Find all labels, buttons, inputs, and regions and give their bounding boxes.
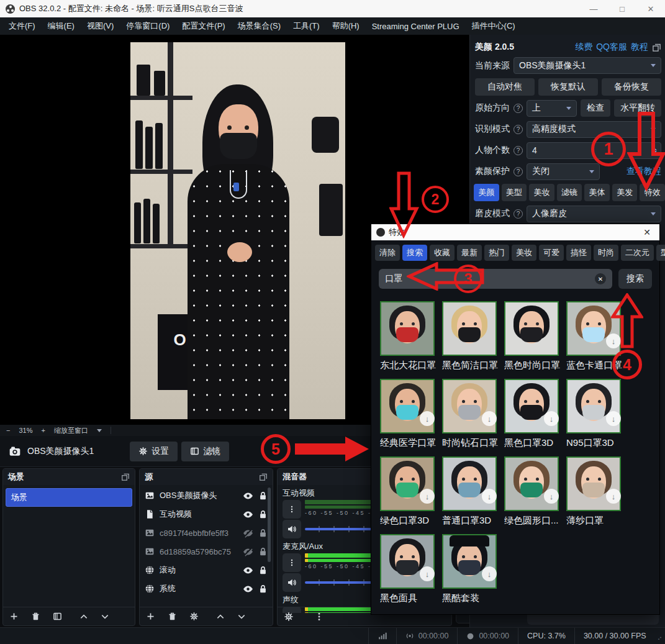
download-icon[interactable]: ↓ (606, 411, 621, 426)
beauty-tab-特效[interactable]: 特效 (640, 184, 665, 201)
tutorial-link-top[interactable]: 教程 (631, 42, 648, 53)
settings-button[interactable]: 设置 (130, 442, 178, 461)
dialog-close-button[interactable]: ✕ (640, 227, 654, 237)
beauty-tab-美颜[interactable]: 美颜 (474, 184, 499, 201)
lock-icon[interactable] (258, 510, 268, 519)
source-row[interactable]: 滚动 (140, 561, 273, 579)
scene-filters-button[interactable] (53, 612, 62, 621)
menu-item[interactable]: 视图(V) (81, 18, 120, 34)
chevron-down-icon[interactable] (97, 429, 102, 432)
dialog-tab-最新[interactable]: 最新 (457, 245, 482, 261)
effect-item[interactable]: 黑色简洁口罩 (442, 301, 504, 379)
scene-list-item[interactable]: 场景 (6, 488, 132, 507)
effect-thumbnail[interactable]: ↓ (380, 534, 435, 589)
close-button[interactable]: ✕ (636, 0, 665, 17)
lock-icon[interactable] (258, 584, 268, 594)
effect-thumbnail[interactable]: ↓ (380, 456, 435, 511)
beauty-tab-美发[interactable]: 美发 (612, 184, 638, 201)
help-icon[interactable]: ? (513, 209, 523, 219)
effect-item[interactable]: ↓绿色口罩3D (380, 456, 442, 534)
zoom-in-button[interactable]: + (41, 427, 45, 434)
menu-item[interactable]: 编辑(E) (42, 18, 81, 34)
eye-icon[interactable] (243, 491, 253, 501)
smooth-select[interactable]: 人像磨皮 (527, 206, 661, 222)
menu-item[interactable]: 配置文件(P) (176, 18, 231, 34)
effect-item[interactable]: 黑色时尚口罩 (504, 301, 566, 379)
download-icon[interactable]: ↓ (482, 489, 497, 504)
download-icon[interactable]: ↓ (544, 489, 559, 504)
channel-options-icon[interactable] (283, 553, 301, 572)
lock-icon[interactable] (258, 491, 268, 501)
menu-item[interactable]: 场景集合(S) (232, 18, 287, 34)
effect-item[interactable]: ↓黑色口罩3D (504, 379, 566, 456)
move-up-button[interactable] (216, 612, 225, 621)
download-icon[interactable]: ↓ (420, 411, 435, 426)
lock-icon[interactable] (258, 547, 268, 556)
dialog-tab-搜索[interactable]: 搜索 (402, 245, 427, 261)
lock-icon[interactable] (258, 566, 268, 575)
filters-button[interactable]: 滤镜 (181, 442, 229, 461)
backup-restore-button[interactable]: 备份恢复 (602, 78, 661, 96)
popout-icon[interactable] (652, 43, 661, 52)
person-count-stepper[interactable]: 4 (527, 142, 661, 159)
eye-icon[interactable] (243, 584, 253, 594)
channel-options-icon[interactable] (283, 500, 301, 519)
eye-off-icon[interactable] (243, 546, 253, 557)
advanced-audio-button[interactable] (284, 612, 294, 622)
effect-item[interactable]: ↓N95口罩3D (566, 379, 628, 456)
effect-item[interactable]: ↓薄纱口罩 (566, 456, 628, 534)
effect-item[interactable]: ↓黑色面具 (380, 534, 442, 612)
download-icon[interactable]: ↓ (482, 411, 497, 426)
zoom-out-button[interactable]: − (6, 427, 10, 434)
effect-thumbnail[interactable]: ↓ (442, 534, 497, 589)
dialog-tab-收藏[interactable]: 收藏 (430, 245, 455, 261)
download-icon[interactable]: ↓ (420, 489, 435, 504)
effect-thumbnail[interactable]: ↓ (504, 456, 559, 511)
recognition-select[interactable]: 高精度模式 (527, 121, 661, 138)
dialog-tab-可爱[interactable]: 可爱 (539, 245, 564, 261)
effect-item[interactable]: ↓蓝色卡通口罩 (566, 301, 628, 379)
effect-thumbnail[interactable] (504, 301, 559, 356)
effect-thumbnail[interactable]: ↓ (566, 301, 621, 356)
orientation-select[interactable]: 上 (527, 100, 577, 117)
source-row[interactable]: 系统 (140, 579, 273, 598)
remove-scene-button[interactable] (31, 612, 40, 621)
beauty-tab-美型[interactable]: 美型 (502, 184, 527, 201)
menu-item[interactable]: 帮助(H) (326, 18, 366, 34)
effect-item[interactable]: ↓经典医学口罩 (380, 379, 442, 456)
speaker-icon[interactable] (283, 573, 301, 592)
clear-search-icon[interactable]: ✕ (595, 273, 606, 284)
download-icon[interactable]: ↓ (420, 566, 435, 581)
source-select[interactable]: OBS美颜摄像头1 (513, 57, 661, 74)
check-button[interactable]: 检查 (581, 99, 610, 117)
download-icon[interactable]: ↓ (606, 489, 621, 504)
effect-thumbnail[interactable] (442, 301, 497, 356)
effect-thumbnail[interactable] (380, 301, 435, 356)
menu-item[interactable]: Streaming Center PLUG (366, 19, 466, 34)
minimize-button[interactable]: — (579, 0, 608, 17)
source-row[interactable]: 6d18859a5796bc75 (140, 542, 273, 561)
help-icon[interactable]: ? (513, 167, 523, 176)
download-icon[interactable]: ↓ (544, 411, 559, 426)
flip-horizontal-button[interactable]: 水平翻转 (614, 99, 661, 117)
qq-support-link[interactable]: QQ客服 (596, 42, 627, 53)
remove-source-button[interactable] (168, 612, 177, 621)
lock-icon[interactable] (258, 528, 268, 538)
dialog-tab-清除[interactable]: 清除 (375, 245, 400, 261)
dialog-tab-搞怪[interactable]: 搞怪 (566, 245, 591, 261)
beauty-tab-美妆[interactable]: 美妆 (529, 184, 554, 201)
popout-icon[interactable] (121, 473, 130, 481)
beauty-tab-滤镜[interactable]: 滤镜 (557, 184, 582, 201)
dialog-tab-时尚[interactable]: 时尚 (594, 245, 618, 261)
help-icon[interactable]: ? (513, 104, 523, 113)
scrollbar[interactable] (268, 488, 271, 562)
source-row[interactable]: OBS美颜摄像头 (140, 486, 273, 505)
dialog-tab-美妆[interactable]: 美妆 (512, 245, 536, 261)
effect-item[interactable]: ↓时尚钻石口罩 (442, 379, 504, 456)
source-properties-button[interactable] (189, 612, 199, 621)
effect-thumbnail[interactable]: ↓ (380, 379, 435, 433)
more-options-icon[interactable] (315, 612, 323, 621)
effect-thumbnail[interactable]: ↓ (566, 379, 621, 433)
move-down-button[interactable] (101, 612, 109, 621)
renew-link[interactable]: 续费 (575, 42, 592, 53)
